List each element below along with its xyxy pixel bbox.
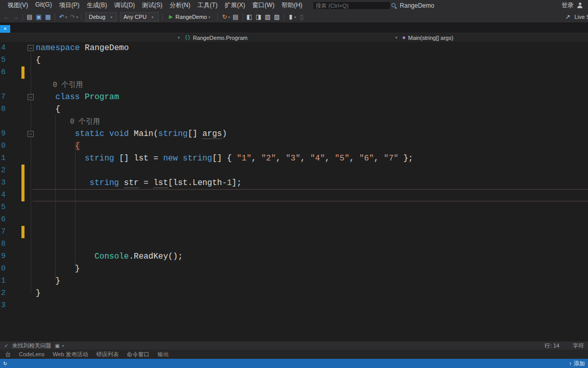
line-number: 3	[1, 177, 6, 189]
comment-icon[interactable]: ▧	[263, 12, 273, 21]
menu-item[interactable]: 调试(D)	[111, 1, 139, 10]
menu-bar: 视图(V)Git(G)项目(P)生成(B)调试(D)测试(S)分析(N)工具(T…	[0, 0, 588, 11]
line-number: 1	[1, 152, 6, 165]
search-box[interactable]	[313, 2, 390, 10]
codelens-references[interactable]: 0 个引用	[36, 79, 588, 91]
document-health-icon[interactable]: ✓	[4, 343, 8, 349]
menu-item[interactable]: 帮助(H)	[278, 1, 306, 10]
sign-in-label: 登录	[561, 1, 574, 10]
platform-select[interactable]: Any CPU ▾	[120, 12, 159, 21]
search-icon[interactable]	[390, 2, 398, 10]
code-row: 6	[0, 214, 588, 226]
active-document-tab[interactable]: ×	[0, 25, 10, 33]
new-file-icon[interactable]: ▤	[25, 12, 34, 21]
code-line	[36, 189, 588, 201]
panel-tab[interactable]: Web 发布活动	[48, 351, 92, 358]
menu-item[interactable]: 项目(P)	[56, 1, 83, 10]
code-line: static void Main(string[] args)	[36, 128, 588, 140]
start-debugging-button[interactable]: ▶ RangeDemo ▾	[165, 12, 215, 22]
menu-item[interactable]: 工具(T)	[194, 1, 221, 10]
menu-item[interactable]: 生成(B)	[83, 1, 111, 10]
bookmark-dropdown-icon[interactable]: ▾	[295, 15, 297, 19]
panel-tab[interactable]: CodeLens	[15, 351, 48, 357]
code-line	[36, 66, 588, 79]
configuration-value: Debug	[89, 14, 105, 20]
line-number: 0	[1, 263, 6, 275]
code-row: 3string str = lst[lst.Length-1];	[0, 177, 588, 189]
change-tracking-bar	[21, 165, 24, 177]
type-dropdown[interactable]: {} RangeDemo.Program ▾	[182, 33, 400, 42]
toolbar-separator	[284, 13, 284, 20]
chevron-down-icon[interactable]: ▾	[62, 344, 64, 348]
health-message: 未找到相关问题	[12, 342, 51, 350]
line-number: 8	[1, 238, 6, 250]
panel-tab[interactable]: 输出	[154, 351, 173, 358]
bottom-panel-tabs: 台CodeLensWeb 发布活动错误列表命令窗口输出	[0, 350, 588, 359]
add-to-source-control-button[interactable]: ↑ 添加	[569, 360, 585, 367]
menu-item[interactable]: 分析(N)	[166, 1, 194, 10]
play-icon: ▶	[169, 14, 173, 19]
uncomment-icon[interactable]: ▨	[273, 12, 282, 21]
code-line	[36, 300, 588, 312]
menu-item[interactable]: 扩展(X)	[221, 1, 249, 10]
bookmark-list-icon[interactable]: ▯	[297, 12, 306, 21]
menu-item[interactable]: Git(G)	[32, 1, 56, 10]
line-number: 6	[1, 214, 6, 226]
code-row: 0}	[0, 263, 588, 275]
code-row: 1}	[0, 275, 588, 287]
status-bar: ↻ ↑ 添加	[0, 359, 588, 368]
line-number: 5	[1, 54, 6, 66]
chevron-down-icon: ▾	[178, 36, 180, 40]
panel-tab[interactable]: 错误列表	[92, 351, 123, 358]
intellisense-icon[interactable]: ▤	[231, 12, 240, 21]
code-line	[36, 214, 588, 226]
save-all-icon[interactable]: ▦	[43, 12, 53, 21]
menu-item[interactable]: 测试(S)	[138, 1, 166, 10]
code-line: }	[36, 287, 588, 300]
sign-in-button[interactable]: 登录	[561, 1, 588, 10]
fold-collapse-button[interactable]: −	[28, 45, 34, 51]
panel-tab[interactable]: 命令窗口	[123, 351, 154, 358]
undo-dropdown-icon[interactable]: ▾	[65, 15, 67, 19]
close-icon[interactable]: ×	[4, 26, 7, 32]
chevron-down-icon[interactable]: ▾	[209, 15, 211, 19]
search-input[interactable]	[313, 3, 390, 9]
navigate-forward-icon[interactable]: →	[11, 12, 20, 21]
change-tracking-bar	[21, 66, 24, 79]
code-row: 3	[0, 300, 588, 312]
code-editor[interactable]: 4−namespace RangeDemo5{60 个引用7−class Pro…	[0, 42, 588, 341]
visual-studio-window: 视图(V)Git(G)项目(P)生成(B)调试(D)测试(S)分析(N)工具(T…	[0, 0, 588, 368]
menu-item[interactable]: 窗口(W)	[249, 1, 278, 10]
indent-decrease-icon[interactable]: ◧	[245, 12, 254, 21]
line-number: 1	[1, 275, 6, 287]
code-row: 5{	[0, 54, 588, 66]
member-dropdown[interactable]: ◆ Main(string[] args)	[400, 33, 588, 42]
line-number: 2	[1, 165, 6, 177]
change-tracking-bar	[21, 177, 24, 189]
live-share-button[interactable]: ↗ Live Share	[563, 12, 588, 21]
user-avatar-icon[interactable]	[577, 3, 583, 9]
change-tracking-bar	[21, 189, 24, 201]
project-dropdown[interactable]: ▾	[0, 33, 182, 42]
configuration-select[interactable]: Debug ▾	[85, 12, 117, 21]
navigate-backward-icon[interactable]: ←	[2, 12, 11, 21]
line-indicator: 行: 14	[545, 342, 559, 350]
panel-tab[interactable]: 台	[1, 351, 15, 358]
csharp-class-icon: {}	[185, 35, 190, 40]
codelens-references[interactable]: 0 个引用	[36, 116, 588, 128]
code-line: Console.ReadKey();	[36, 250, 588, 263]
line-number: 9	[1, 250, 6, 263]
code-cleanup-icon[interactable]: ▣	[55, 343, 59, 349]
toolbar-separator	[242, 13, 243, 20]
background-task-icon[interactable]: ↻	[3, 361, 7, 366]
code-row: 4	[0, 189, 588, 201]
menu-item[interactable]: 视图(V)	[4, 1, 32, 10]
indent-increase-icon[interactable]: ◨	[254, 12, 263, 21]
char-indicator: 字符	[573, 342, 584, 350]
redo-dropdown-icon[interactable]: ▾	[77, 15, 79, 19]
fold-collapse-button[interactable]: −	[28, 131, 34, 137]
hot-reload-dropdown-icon[interactable]: ▾	[228, 15, 230, 19]
save-icon[interactable]: ▣	[34, 12, 43, 21]
fold-collapse-button[interactable]: −	[28, 94, 34, 100]
line-number: 0	[1, 140, 6, 152]
